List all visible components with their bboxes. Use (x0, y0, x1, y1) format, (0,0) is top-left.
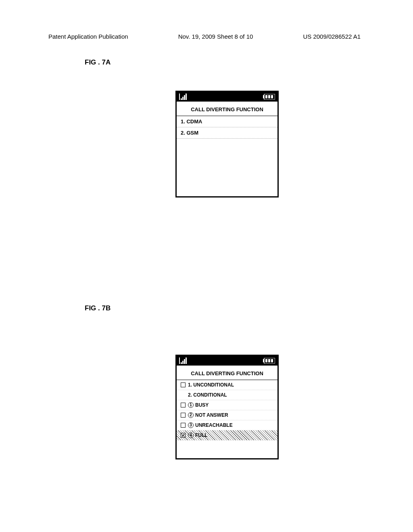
svg-rect-7 (265, 95, 267, 98)
status-bar (177, 356, 277, 366)
checkbox-icon[interactable] (181, 403, 186, 407)
status-bar (177, 92, 277, 102)
svg-rect-9 (271, 95, 273, 98)
svg-rect-13 (184, 359, 185, 364)
item-label: NOT ANSWER (195, 412, 228, 418)
item-label: UNREACHABLE (195, 422, 233, 428)
item-label: 2. CONDITIONAL (188, 392, 227, 398)
svg-rect-10 (179, 357, 180, 364)
figure-7b-label: FIG . 7B (85, 304, 111, 312)
phone-screen-7a: CALL DIVERTING FUNCTION 1. CDMA 2. GSM (175, 91, 279, 197)
svg-rect-18 (268, 359, 270, 362)
screen-title: CALL DIVERTING FUNCTION (177, 102, 277, 116)
menu-item-busy[interactable]: 1 BUSY (177, 400, 277, 410)
phone-screen-7b: CALL DIVERTING FUNCTION 1. UNCONDITIONAL… (175, 355, 279, 459)
menu-item-unconditional[interactable]: 1. UNCONDITIONAL (177, 380, 277, 390)
svg-rect-19 (271, 359, 273, 362)
menu-item-unreachable[interactable]: 3 UNREACHABLE (177, 420, 277, 430)
menu-item-not-answer[interactable]: 2 NOT ANSWER (177, 410, 277, 420)
svg-rect-4 (186, 94, 187, 100)
item-label: 1. UNCONDITIONAL (188, 382, 234, 388)
checkbox-icon[interactable] (181, 423, 186, 428)
menu-item-full-selected[interactable]: 4 FULL (177, 430, 277, 441)
checkbox-checked-icon[interactable] (181, 433, 186, 438)
circled-number-icon: 1 (188, 402, 194, 408)
svg-rect-0 (179, 94, 180, 100)
svg-rect-17 (265, 359, 267, 362)
item-label: BUSY (195, 402, 209, 408)
circled-number-icon: 2 (188, 412, 194, 418)
svg-rect-14 (186, 357, 187, 364)
header-left: Patent Application Publication (48, 33, 128, 40)
circled-number-icon: 3 (188, 422, 194, 428)
svg-rect-1 (181, 98, 182, 100)
battery-icon (263, 358, 275, 364)
signal-icon (179, 357, 187, 364)
svg-rect-3 (184, 95, 185, 100)
menu-item-gsm[interactable]: 2. GSM (177, 127, 277, 139)
header-center: Nov. 19, 2009 Sheet 8 of 10 (178, 33, 253, 40)
page-header: Patent Application Publication Nov. 19, … (0, 33, 413, 40)
battery-icon (263, 94, 275, 100)
svg-rect-12 (182, 361, 184, 364)
header-right: US 2009/0286522 A1 (303, 33, 361, 40)
svg-rect-11 (181, 362, 182, 364)
menu-item-conditional: 2. CONDITIONAL (177, 390, 277, 400)
item-label: FULL (195, 432, 208, 438)
checkbox-icon[interactable] (181, 413, 186, 418)
signal-icon (179, 94, 187, 100)
menu-item-cdma[interactable]: 1. CDMA (177, 116, 277, 127)
screen-title: CALL DIVERTING FUNCTION (177, 366, 277, 380)
svg-rect-8 (268, 95, 270, 98)
checkbox-icon[interactable] (181, 382, 186, 387)
figure-7a-label: FIG . 7A (85, 58, 111, 66)
circled-number-icon: 4 (188, 432, 194, 438)
svg-rect-2 (182, 97, 184, 100)
